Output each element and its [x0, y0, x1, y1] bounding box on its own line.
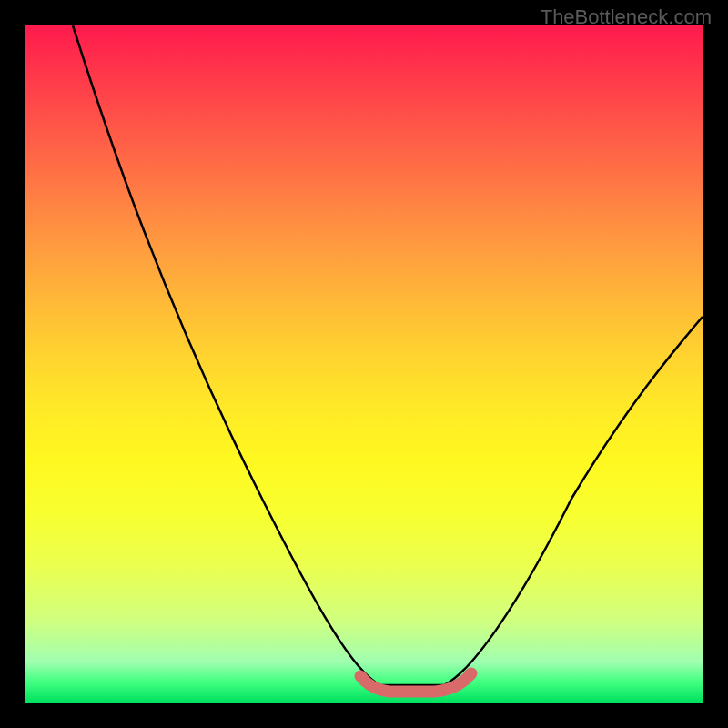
- chart-svg: [25, 25, 703, 703]
- chart-plot-area: [25, 25, 703, 703]
- curve-path: [73, 25, 703, 685]
- watermark-text: TheBottleneck.com: [541, 5, 712, 29]
- highlight-segment: [360, 673, 471, 692]
- highlight-dot-left: [357, 672, 368, 682]
- highlight-dot-right: [464, 669, 475, 680]
